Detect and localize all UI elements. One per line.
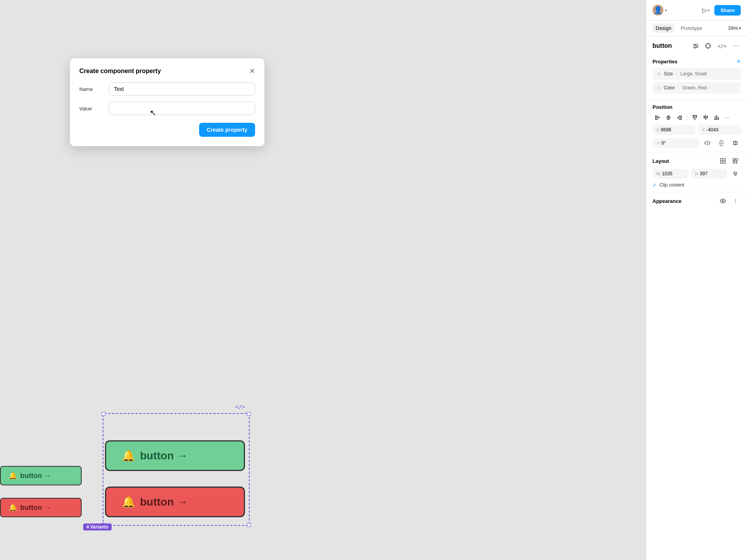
bell-icon-3: 🔔 [122, 449, 135, 462]
w-input-group[interactable]: W 1035 [653, 169, 688, 179]
svg-rect-19 [707, 116, 708, 118]
constrain-button[interactable] [730, 169, 741, 179]
svg-rect-24 [714, 119, 719, 120]
y-input-group[interactable]: Y -4043 [698, 125, 741, 135]
modal-actions: Create property [79, 123, 255, 137]
color-property-values: Green, Red [682, 85, 707, 91]
modal-name-field: Name [79, 82, 255, 96]
button-green-large[interactable]: 🔔 button → [105, 440, 245, 471]
svg-rect-27 [736, 159, 738, 160]
tab-prototype[interactable]: Prototype [677, 24, 705, 33]
tab-design[interactable]: Design [653, 24, 674, 33]
variants-badge: 4 Variants [83, 523, 112, 530]
create-property-button[interactable]: Create property [199, 123, 255, 137]
layout-grid-button[interactable] [717, 156, 728, 166]
svg-rect-20 [703, 117, 708, 118]
properties-section-header: Properties + [653, 58, 741, 65]
appearance-more-button[interactable] [730, 196, 741, 206]
more-icon-button[interactable]: ··· [731, 42, 741, 50]
share-button[interactable]: Share [714, 5, 741, 16]
layout-header-row: Layout [653, 156, 741, 166]
selection-handle-br[interactable] [247, 523, 251, 527]
right-panel: 👤 ▾ ▷ ▾ Share Design Prototype 39% ▾ [646, 0, 747, 560]
play-chevron-icon: ▾ [708, 8, 710, 12]
button-green-small[interactable]: 🔔 button → [0, 466, 82, 485]
align-center-h-button[interactable] [663, 113, 674, 122]
modal-dialog: Create component property ✕ Name Value C… [70, 58, 264, 146]
rotation-icon: ↗ [656, 141, 660, 146]
svg-rect-9 [679, 116, 682, 117]
zoom-chevron-icon: ▾ [739, 26, 741, 30]
x-value: 8698 [661, 127, 671, 133]
code-tag-canvas: </> [235, 404, 245, 410]
svg-rect-23 [718, 117, 719, 119]
value-input[interactable] [109, 102, 255, 115]
component-icon-button[interactable] [703, 42, 713, 50]
name-input[interactable] [109, 82, 255, 96]
button-red-small[interactable]: 🔔 button → [0, 498, 82, 517]
add-property-button[interactable]: + [737, 58, 741, 65]
align-bottom-button[interactable] [711, 113, 721, 122]
size-property-name: Size [664, 71, 673, 77]
panel-tabs: Design Prototype 39% ▾ [646, 21, 747, 36]
property-item-color[interactable]: ◇ Color · Green, Red [653, 82, 741, 94]
align-top-button[interactable] [689, 113, 700, 122]
h-label: H [695, 171, 698, 176]
rotation-input-group[interactable]: ↗ 0° [653, 138, 699, 148]
appearance-section: Appearance [646, 192, 747, 209]
clip-checkbox-icon[interactable]: ✓ [653, 182, 657, 188]
h-input-group[interactable]: H 397 [691, 169, 727, 179]
align-separator [687, 113, 687, 121]
modal-header: Create component property ✕ [79, 68, 255, 75]
zoom-indicator[interactable]: 39% ▾ [728, 25, 741, 31]
eye-icon-button[interactable] [717, 196, 728, 206]
clip-content-row: ✓ Clip content [653, 182, 741, 188]
bell-icon-4: 🔔 [122, 495, 135, 508]
mirror-icon-button[interactable] [716, 138, 727, 148]
appearance-title: Appearance [653, 198, 717, 204]
properties-title: Properties [653, 59, 737, 65]
svg-point-29 [722, 200, 724, 202]
svg-rect-0 [706, 44, 710, 48]
layout-auto-button[interactable] [730, 156, 741, 166]
svg-rect-10 [677, 117, 682, 118]
play-button[interactable]: ▷ ▾ [701, 5, 711, 16]
adjust-icon-button[interactable] [691, 42, 700, 50]
play-icon: ▷ [702, 7, 707, 14]
button-red-large[interactable]: 🔔 button → [105, 487, 245, 517]
x-label: X [656, 127, 659, 132]
distribute-icon-button[interactable] [730, 138, 741, 148]
selection-handle-tr[interactable] [247, 412, 251, 416]
size-property-values: Large, Small [681, 71, 707, 77]
property-item-size[interactable]: ◇ Size · Large, Small [653, 68, 741, 80]
properties-section: Properties + ◇ Size · Large, Small ◇ Col… [646, 54, 747, 100]
bell-icon-2: 🔔 [9, 503, 17, 512]
canvas-right-buttons: 🔔 button → 🔔 button → [105, 440, 245, 517]
modal-close-button[interactable]: ✕ [249, 68, 255, 75]
code-icon-button[interactable]: </> [716, 42, 728, 50]
flip-icon-button[interactable] [702, 138, 713, 148]
position-section-header: Position [653, 104, 741, 110]
align-buttons: ··· [653, 113, 741, 122]
w-label: W [656, 171, 660, 176]
x-input-group[interactable]: X 8698 [653, 125, 695, 135]
y-label: Y [702, 127, 705, 132]
position-inputs: X 8698 Y -4043 [653, 125, 741, 135]
svg-rect-11 [679, 119, 682, 120]
button-label-3: button → [140, 450, 188, 462]
align-right-button[interactable] [674, 113, 684, 122]
svg-rect-28 [733, 161, 735, 163]
selection-handle-tl[interactable] [101, 412, 105, 416]
component-title-row: button </> ··· [646, 36, 747, 54]
avatar-chevron-icon: ▾ [665, 8, 667, 12]
align-left-button[interactable] [653, 113, 663, 122]
align-more-button[interactable]: ··· [723, 113, 732, 122]
svg-rect-2 [655, 117, 660, 118]
button-label-2: button → [20, 504, 51, 512]
avatar-container[interactable]: 👤 ▾ [653, 5, 667, 16]
canvas-left-buttons: 🔔 button → 🔔 button → [0, 466, 82, 517]
svg-rect-15 [696, 115, 697, 118]
bell-icon-1: 🔔 [9, 471, 17, 480]
align-middle-v-button[interactable] [700, 113, 710, 122]
modal-title: Create component property [79, 68, 161, 75]
